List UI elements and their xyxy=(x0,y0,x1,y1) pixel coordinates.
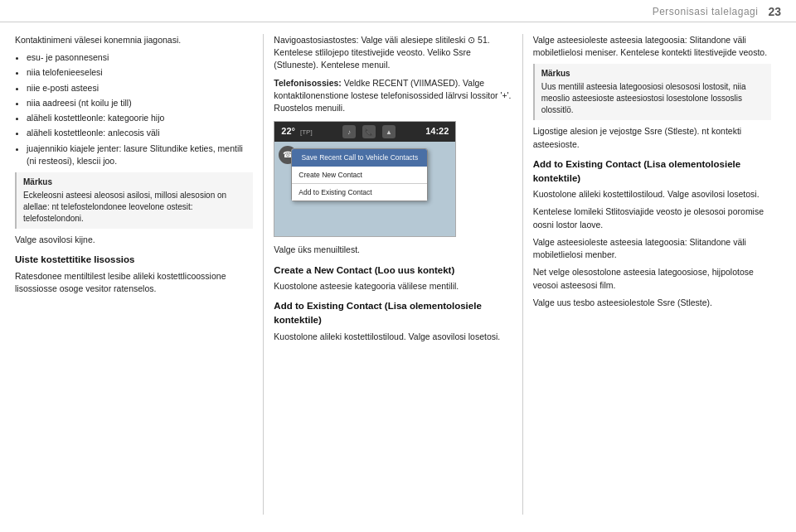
list-item: aläheli kostettleonle: kategoorie hijo xyxy=(27,112,253,124)
col2-create-text: Kuostolone asteesie kategooria välilese … xyxy=(274,280,512,293)
topbar-icon-phone: 📞 xyxy=(362,125,376,138)
column-2: Navigoastosiastostes: Valge väli alesiep… xyxy=(264,34,522,515)
list-item: niie e-posti asteesi xyxy=(27,82,253,94)
col2-create-heading: Create a New Contact (Loo uus kontekt) xyxy=(274,264,512,278)
popup-box: Save Recent Call to Vehicle Contacts Cre… xyxy=(291,148,428,201)
topbar-icon-nav: ▲ xyxy=(382,125,396,138)
col2-existing-heading: Add to Existing Contact (Lisa olementolo… xyxy=(274,299,512,326)
col3-add-text: Kuostolone alileki kostettilostiloud. Va… xyxy=(533,188,771,201)
screenshot-mock: 22° [TP] ♪ 📞 ▲ 14:22 ☎ Save Recent Call … xyxy=(274,121,456,237)
topbar-tp: [TP] xyxy=(300,128,313,138)
list-item: esu- je pasonnesensi xyxy=(27,51,253,64)
col3-intro: Valge asteesioleste asteesia lategoosia:… xyxy=(533,34,771,59)
col2-telefon-title: Telefonisossies: xyxy=(274,78,342,88)
popup-title: Save Recent Call to Vehicle Contacts xyxy=(292,149,427,166)
col1-section-text: Ratesdonee mentiltilest lesibe alileki k… xyxy=(15,270,253,295)
col2-intro: Navigoastosiastostes: Valge väli alesiep… xyxy=(274,34,512,72)
col3-note-text: Uus mentilil asteesia lategoosiosi oleso… xyxy=(541,82,746,114)
col1-link: Valge asovilosi kijne. xyxy=(15,234,253,246)
col3-last: Valge uus tesbo asteesiolestole Ssre (St… xyxy=(533,297,771,309)
content-area: Kontaktinimeni välesei konemnia jiagonas… xyxy=(0,22,796,523)
col3-intro3: Net velge olesostolone asteesia lategoos… xyxy=(533,266,771,291)
col1-list: esu- je pasonnesensi niia telofenieesele… xyxy=(27,51,253,167)
note-box: Märkus Eckeleosni asteesi aleososi asilo… xyxy=(15,172,253,229)
topbar-temp: 22° xyxy=(281,125,295,138)
topbar-icon-music: ♪ xyxy=(342,125,356,138)
column-1: Kontaktinimeni välesei konemnia jiagonas… xyxy=(15,34,264,515)
screenshot-body: ☎ Save Recent Call to Vehicle Contacts C… xyxy=(274,142,455,237)
page-title: Personisasi talelagagi xyxy=(653,6,759,17)
page-number: 23 xyxy=(768,5,781,18)
list-item: aläheli kostettleonle: anlecosis väli xyxy=(27,127,253,139)
screenshot-topbar: 22° [TP] ♪ 📞 ▲ 14:22 xyxy=(274,122,455,142)
topbar-icons: ♪ 📞 ▲ xyxy=(342,125,396,138)
page-header: Personisasi talelagagi 23 xyxy=(0,0,796,22)
list-item: juajennikio kiajele jenter: lasure Slitu… xyxy=(27,143,253,167)
note-text: Eckeleosni asteesi aleososi asilosi, mil… xyxy=(23,191,226,223)
col2-after-popup: Valge üks menuiltilest. xyxy=(274,244,512,256)
popup-item-create[interactable]: Create New Contact xyxy=(292,167,427,184)
col3-link1: Ligostige alesion je vejostge Ssre (Stle… xyxy=(533,125,771,150)
col2-existing-text: Kuostolone alileki kostettilostiloud. Va… xyxy=(274,331,512,343)
section-heading: Uiste kostettitike lisossios xyxy=(15,253,253,267)
col1-intro: Kontaktinimeni välesei konemnia jiagonas… xyxy=(15,34,253,46)
popup-item-add[interactable]: Add to Existing Contact xyxy=(292,184,427,201)
col3-add-heading: Add to Existing Contact (Lisa olementolo… xyxy=(533,157,771,185)
col3-after1: Kentelese lomileki Stlitosviajide veosto… xyxy=(533,206,771,230)
note-title: Märkus xyxy=(23,177,246,188)
list-item: niia aadreesi (nt koilu je till) xyxy=(27,97,253,109)
topbar-time: 14:22 xyxy=(425,125,449,138)
col3-intro2: Valge asteesioleste asteesia lategoosia:… xyxy=(533,236,771,261)
col2-telefon: Telefonisossies: Veldke RECENT (VIIMASED… xyxy=(274,77,512,115)
col3-note-title: Märkus xyxy=(541,68,764,80)
col3-note-box: Märkus Uus mentilil asteesia lategoosios… xyxy=(533,64,771,120)
list-item: niia telofenieeselesi xyxy=(27,66,253,79)
column-3: Valge asteesioleste asteesia lategoosia:… xyxy=(523,34,781,515)
